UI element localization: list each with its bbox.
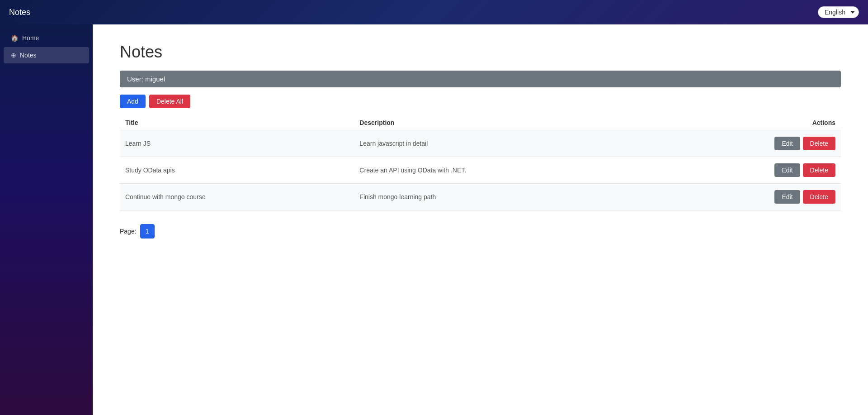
- delete-all-button[interactable]: Delete All: [149, 95, 190, 108]
- row-actions: EditDelete: [662, 190, 835, 204]
- cell-actions: EditDelete: [656, 157, 841, 184]
- page-title: Notes: [120, 43, 841, 62]
- table-row: Learn JSLearn javascript in detailEditDe…: [120, 130, 841, 157]
- col-title: Title: [120, 115, 354, 130]
- cell-description: Create an API using OData with .NET.: [354, 157, 656, 184]
- cell-title: Learn JS: [120, 130, 354, 157]
- sidebar: 🏠 Home ⊕ Notes: [0, 24, 93, 415]
- language-select[interactable]: English Spanish French: [818, 6, 859, 18]
- delete-button[interactable]: Delete: [803, 163, 835, 177]
- notes-table: Title Description Actions Learn JSLearn …: [120, 115, 841, 210]
- table-row: Study OData apisCreate an API using ODat…: [120, 157, 841, 184]
- sidebar-item-home-label: Home: [22, 34, 39, 42]
- cell-actions: EditDelete: [656, 184, 841, 210]
- navbar-brand: Notes: [9, 8, 30, 17]
- sidebar-item-home[interactable]: 🏠 Home: [4, 30, 89, 46]
- delete-button[interactable]: Delete: [803, 190, 835, 204]
- cell-description: Finish mongo learning path: [354, 184, 656, 210]
- edit-button[interactable]: Edit: [774, 190, 800, 204]
- row-actions: EditDelete: [662, 163, 835, 177]
- cell-title: Continue with mongo course: [120, 184, 354, 210]
- table-row: Continue with mongo courseFinish mongo l…: [120, 184, 841, 210]
- home-icon: 🏠: [11, 34, 19, 42]
- table-header-row: Title Description Actions: [120, 115, 841, 130]
- row-actions: EditDelete: [662, 137, 835, 150]
- content-area: Notes User: miguel Add Delete All Title …: [93, 24, 868, 415]
- plus-circle-icon: ⊕: [11, 52, 16, 59]
- page-label: Page:: [120, 228, 137, 235]
- notes-tbody: Learn JSLearn javascript in detailEditDe…: [120, 130, 841, 210]
- main-layout: 🏠 Home ⊕ Notes Notes User: miguel Add De…: [0, 24, 868, 415]
- cell-title: Study OData apis: [120, 157, 354, 184]
- col-description: Description: [354, 115, 656, 130]
- edit-button[interactable]: Edit: [774, 163, 800, 177]
- add-button[interactable]: Add: [120, 95, 146, 108]
- cell-actions: EditDelete: [656, 130, 841, 157]
- delete-button[interactable]: Delete: [803, 137, 835, 150]
- pagination: Page: 1: [120, 224, 841, 239]
- edit-button[interactable]: Edit: [774, 137, 800, 150]
- col-actions: Actions: [656, 115, 841, 130]
- top-navbar: Notes English Spanish French: [0, 0, 868, 24]
- action-buttons: Add Delete All: [120, 95, 841, 108]
- table-header: Title Description Actions: [120, 115, 841, 130]
- sidebar-item-notes[interactable]: ⊕ Notes: [4, 47, 89, 63]
- cell-description: Learn javascript in detail: [354, 130, 656, 157]
- page-1-button[interactable]: 1: [140, 224, 155, 239]
- user-banner: User: miguel: [120, 71, 841, 87]
- sidebar-item-notes-label: Notes: [20, 52, 37, 59]
